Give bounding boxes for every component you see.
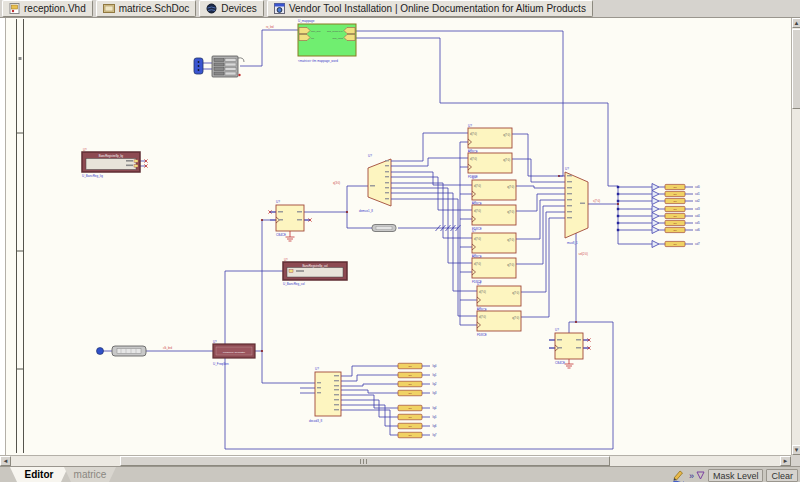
- col-driver-4[interactable]: [652, 213, 693, 220]
- tab-matrice-view[interactable]: matrice: [64, 467, 116, 482]
- tab-reception-vhd[interactable]: reception.Vhd: [2, 0, 93, 17]
- register-6[interactable]: [466, 254, 522, 284]
- register-4[interactable]: [466, 201, 522, 231]
- svg-text:col0: col0: [695, 185, 700, 189]
- decoder-3-8[interactable]: U? decod3_8: [307, 367, 346, 423]
- mux-8-1[interactable]: U? mux8_1: [559, 167, 590, 245]
- sheet1-ref: U?: [83, 148, 87, 152]
- sheet-symbol-banc-registre-lig[interactable]: BancRegistre8p_lig U? U_BancReg_lig: [82, 148, 140, 179]
- sheet-symbol-banc-registre-col[interactable]: BancRegistre8p_col U? U_BancReg_col: [283, 258, 347, 287]
- lig-resistor-1[interactable]: [398, 372, 430, 378]
- svg-text:col3: col3: [695, 207, 700, 211]
- frequency-generator[interactable]: Frequency Generator U? U_FreqGen: [213, 340, 255, 366]
- mux-type: mux8_1: [567, 241, 578, 245]
- scroll-left-arrow[interactable]: ◄: [0, 456, 11, 466]
- scroll-down-arrow[interactable]: ▼: [792, 445, 800, 455]
- demux-ref: U?: [368, 154, 372, 158]
- counter-1[interactable]: [270, 200, 310, 237]
- schematic-sheet[interactable]: U? FD8CE d(7:0) q(7:0) R? R?: [0, 18, 791, 455]
- wire-registers-mux[interactable]: [518, 134, 559, 317]
- scroll-thumb-grip: [360, 459, 369, 464]
- mask-level-button[interactable]: Mask Level: [708, 469, 764, 482]
- bus-coupler[interactable]: [372, 225, 396, 232]
- svg-text:lig0: lig0: [433, 364, 438, 368]
- schematic-editor-canvas[interactable]: U? FD8CE d(7:0) q(7:0) R? R?: [0, 18, 791, 455]
- col-driver-6[interactable]: [652, 227, 693, 234]
- sheet1-title: BancRegistre8p_lig: [99, 154, 124, 158]
- browser-page-icon: [274, 3, 285, 14]
- entry-in1: mot_dep: [311, 30, 321, 33]
- counter-2[interactable]: [549, 328, 589, 365]
- wires[interactable]: [103, 30, 652, 449]
- lig-resistor-3[interactable]: [398, 390, 430, 396]
- clear-button[interactable]: Clear: [766, 469, 798, 482]
- lig-resistor-5[interactable]: [398, 414, 430, 420]
- demux-1-8[interactable]: U? demux1_8: [359, 154, 397, 213]
- mappage-caption: <matrice> t/m mappage_word: [298, 59, 338, 63]
- col-driver-0[interactable]: [652, 184, 693, 191]
- scroll-up-arrow[interactable]: ▲: [792, 18, 800, 28]
- lig-resistor-0[interactable]: [398, 363, 430, 369]
- sheet2-label: U_BancReg_col: [283, 282, 305, 286]
- register-8[interactable]: [471, 307, 527, 337]
- net-label-sel: sel(2:0): [579, 252, 588, 256]
- mux-ref: U?: [565, 167, 569, 171]
- lig-resistor-7[interactable]: [398, 432, 430, 438]
- tab-label: Vendor Tool Installation | Online Docume…: [289, 3, 586, 14]
- col-driver-2[interactable]: [652, 198, 693, 205]
- mappage-ref: U_mappage: [298, 19, 315, 23]
- register-2[interactable]: [462, 149, 518, 179]
- svg-text:lig6: lig6: [433, 424, 438, 428]
- net-label-s70: s(7:0): [593, 199, 600, 203]
- col-driver-1[interactable]: [652, 191, 693, 198]
- panel-edge: [0, 18, 6, 455]
- entry-out1: seq_mem(7:0): [327, 30, 343, 33]
- col-driver-7[interactable]: [652, 241, 693, 248]
- bottom-tab-bar: Editor matrice » Mask Level Clear: [0, 466, 800, 482]
- lig-resistor-4[interactable]: [398, 405, 430, 411]
- freqgen-label: U_FreqGen: [213, 362, 229, 366]
- col-driver-5[interactable]: [652, 220, 693, 227]
- tab-matrice-schdoc[interactable]: matrice.SchDoc: [96, 0, 197, 17]
- vertical-scrollbar[interactable]: ▲ ▼: [791, 18, 800, 455]
- svg-text:col4: col4: [695, 214, 700, 218]
- wire-decoder-resistors[interactable]: [346, 366, 398, 435]
- decoder-type: decod3_8: [309, 419, 323, 423]
- vertical-scroll-thumb[interactable]: [792, 29, 800, 109]
- no-erc-markers: [144, 159, 590, 349]
- tab-devices[interactable]: Devices: [199, 0, 264, 17]
- document-tab-bar: reception.Vhd matrice.SchDoc Devices Ven…: [0, 0, 800, 18]
- col-net-labels: col0 col1 col2 col3 col4 col5 col6 col7: [695, 185, 700, 246]
- net-label-q30: q(3:0): [333, 181, 340, 185]
- mappage-block[interactable]: mot_dep clk seq_mem(7:0) seq_valid U_map…: [298, 19, 356, 63]
- scrollbar-corner: [791, 455, 800, 466]
- demux-type: demux1_8: [359, 209, 373, 213]
- net-label-clk-brd: clk_brd: [163, 346, 172, 350]
- wire-mux-buffers[interactable]: [590, 186, 652, 244]
- horizontal-scroll-thumb[interactable]: [120, 456, 610, 466]
- svg-text:col7: col7: [695, 242, 700, 246]
- tab-editor[interactable]: Editor: [10, 467, 68, 482]
- svg-text:lig3: lig3: [433, 391, 438, 395]
- lig-resistor-6[interactable]: [398, 423, 430, 429]
- schematic-file-icon: [103, 3, 115, 14]
- svg-text:lig4: lig4: [433, 406, 438, 410]
- svg-text:col1: col1: [695, 192, 700, 196]
- annotate-pencil-icon[interactable]: [670, 468, 686, 482]
- dip-switch[interactable]: [212, 56, 244, 77]
- tab-label: Devices: [221, 3, 257, 14]
- sheet-border: [17, 19, 24, 453]
- lig-resistor-2[interactable]: [398, 381, 430, 387]
- svg-text:col6: col6: [695, 228, 700, 232]
- devices-globe-icon: [206, 3, 217, 14]
- col-driver-3[interactable]: [652, 206, 693, 213]
- scroll-right-arrow[interactable]: ►: [780, 456, 791, 466]
- horizontal-scrollbar[interactable]: ◄ ►: [0, 455, 791, 466]
- oscillator[interactable]: [112, 346, 146, 356]
- sphere-part[interactable]: [97, 348, 104, 355]
- svg-text:col5: col5: [695, 221, 700, 225]
- db9-connector[interactable]: [194, 58, 203, 74]
- filter-selection-icon[interactable]: »: [689, 468, 705, 482]
- tab-vendor-docs[interactable]: Vendor Tool Installation | Online Docume…: [267, 0, 593, 17]
- svg-text:col2: col2: [695, 199, 700, 203]
